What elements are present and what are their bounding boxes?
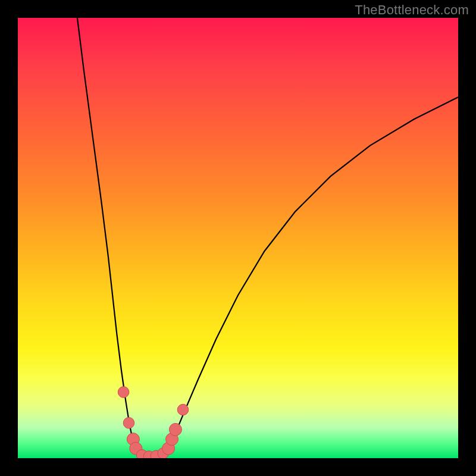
curve-right	[168, 97, 458, 450]
data-point	[118, 387, 129, 398]
data-markers	[118, 387, 188, 458]
data-point	[177, 404, 189, 415]
data-point	[169, 423, 181, 436]
watermark-text: TheBottleneck.com	[355, 2, 469, 18]
plot-area	[18, 18, 458, 458]
chart-frame: TheBottleneck.com	[0, 0, 476, 476]
curve-svg	[18, 18, 458, 458]
data-point	[123, 418, 134, 429]
curve-left	[77, 18, 137, 452]
